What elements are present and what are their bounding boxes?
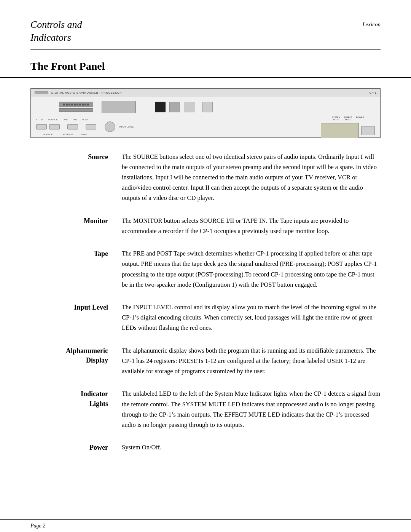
definition-row-indicator: Indicator Lights The unlabeled LED to th… bbox=[30, 388, 381, 430]
definition-row-input-level: Input Level The INPUT LEVEL control and … bbox=[30, 302, 381, 333]
panel-display-dots bbox=[63, 104, 89, 105]
def-tape: The PRE and POST Tape switch determines … bbox=[122, 248, 381, 290]
power-button[interactable] bbox=[361, 126, 375, 135]
definition-row-tape: Tape The PRE and POST Tape switch determ… bbox=[30, 248, 381, 290]
dot10 bbox=[87, 104, 89, 105]
def-input-level: The INPUT LEVEL control and its display … bbox=[122, 302, 381, 333]
panel-right-section: SYSTEMMUTE EFFECTMUTE POWER bbox=[321, 116, 375, 138]
brand-text: Lexicon bbox=[363, 21, 381, 27]
term-col-power: Power bbox=[30, 442, 122, 452]
section-title: The Front Panel bbox=[30, 60, 105, 72]
dot9 bbox=[84, 104, 86, 105]
mute-labels: SYSTEMMUTE EFFECTMUTE POWER bbox=[332, 116, 364, 121]
panel-alphanumeric-display bbox=[102, 101, 136, 113]
page-footer: Page 2 bbox=[0, 519, 411, 532]
panel-display-row1 bbox=[59, 102, 93, 107]
page-container: Controls and Indicators Lexicon The Fron… bbox=[0, 0, 411, 532]
term-alpha-line1: Alphanumeric bbox=[66, 346, 108, 356]
term-power: Power bbox=[89, 444, 108, 451]
post-label: POST bbox=[82, 118, 88, 121]
source-btn-ii[interactable] bbox=[49, 124, 60, 129]
term-indicator: Indicator Lights bbox=[30, 389, 108, 408]
pre-label: PRE bbox=[73, 118, 77, 121]
term-indicator-line1: Indicator bbox=[81, 389, 108, 399]
panel-bottom-left: I II SOURCE TAPE PRE POST bbox=[36, 118, 134, 136]
term-col-source: Source bbox=[30, 152, 122, 162]
dot6 bbox=[76, 104, 78, 105]
monitor-bottom-label: MONITOR bbox=[63, 133, 73, 136]
def-source: The SOURCE buttons select one of two ide… bbox=[122, 152, 381, 203]
term-input-level: Input Level bbox=[74, 304, 108, 311]
panel-logo bbox=[35, 91, 48, 94]
def-monitor: The MONITOR button selects SOURCE I/II o… bbox=[122, 216, 381, 236]
panel-bottom-row: I II SOURCE TAPE PRE POST bbox=[31, 115, 380, 140]
panel-brand-area: DIGITAL AUDIO ENVIRONMENT PROCESSOR bbox=[35, 91, 122, 94]
effect-mute-label: EFFECTMUTE bbox=[344, 116, 352, 121]
content-area: Source The SOURCE buttons select one of … bbox=[0, 152, 411, 453]
panel-diagram: DIGITAL AUDIO ENVIRONMENT PROCESSOR CP-1 bbox=[30, 88, 381, 138]
panel-top-bar: DIGITAL AUDIO ENVIRONMENT PROCESSOR CP-1 bbox=[31, 89, 380, 97]
panel-display-row2 bbox=[59, 108, 93, 112]
dot7 bbox=[79, 104, 81, 105]
dot4 bbox=[71, 104, 73, 105]
dot5 bbox=[74, 104, 76, 105]
term-alphanumeric: Alphanumeric Display bbox=[30, 346, 108, 365]
term-source: Source bbox=[88, 153, 108, 161]
top-header: Controls and Indicators Lexicon bbox=[0, 0, 411, 49]
term-monitor: Monitor bbox=[84, 217, 108, 225]
dot2 bbox=[66, 104, 68, 105]
def-alphanumeric: The alphanumeric display shows both the … bbox=[122, 345, 381, 377]
input-level-label: INPUT LEVEL bbox=[119, 126, 134, 128]
chapter-title: Controls and Indicators bbox=[30, 18, 82, 44]
source-i-label: I bbox=[36, 118, 37, 121]
panel-gray-btn1 bbox=[169, 102, 180, 112]
term-col-tape: Tape bbox=[30, 248, 122, 259]
panel-controls-row bbox=[31, 97, 380, 115]
term-col-indicator: Indicator Lights bbox=[30, 388, 122, 408]
term-tape: Tape bbox=[94, 250, 108, 257]
panel-display-area bbox=[59, 102, 93, 112]
source-label-top: SOURCE bbox=[48, 118, 58, 121]
section-title-block: The Front Panel bbox=[0, 50, 411, 78]
power-label: POWER bbox=[356, 116, 364, 121]
source-bottom-label: SOURCE bbox=[43, 133, 53, 136]
term-indicator-line2: Lights bbox=[89, 399, 108, 409]
chapter-line1: Controls and bbox=[30, 19, 82, 30]
definition-row-power: Power System On/Off. bbox=[30, 442, 381, 452]
tape-bottom-label: TAPE bbox=[81, 133, 87, 136]
system-mute-label: SYSTEMMUTE bbox=[332, 116, 341, 121]
source-btn-i[interactable] bbox=[36, 124, 47, 129]
panel-lcd bbox=[321, 123, 359, 138]
dot3 bbox=[68, 104, 70, 105]
definition-row-monitor: Monitor The MONITOR button selects SOURC… bbox=[30, 216, 381, 236]
tape-label-top: TAPE bbox=[62, 118, 68, 121]
panel-model-text: CP-1 bbox=[370, 91, 376, 94]
panel-gray-btn3 bbox=[202, 102, 213, 112]
term-col-input-level: Input Level bbox=[30, 302, 122, 312]
tape-btn[interactable] bbox=[86, 124, 96, 129]
panel-gray-btn2 bbox=[184, 102, 194, 112]
term-col-alphanumeric: Alphanumeric Display bbox=[30, 345, 122, 365]
def-power: System On/Off. bbox=[122, 442, 381, 452]
source-ii-label: II bbox=[41, 118, 43, 121]
panel-black-square bbox=[155, 102, 166, 112]
chapter-line2: Indicators bbox=[30, 32, 71, 43]
page-number: Page 2 bbox=[30, 523, 45, 529]
dot1 bbox=[63, 104, 65, 105]
dot8 bbox=[82, 104, 84, 105]
term-col-monitor: Monitor bbox=[30, 216, 122, 226]
term-alpha-line2: Display bbox=[86, 356, 108, 365]
brand-name: Lexicon bbox=[363, 18, 381, 28]
input-level-knob[interactable] bbox=[105, 121, 115, 132]
definition-row-alphanumeric: Alphanumeric Display The alphanumeric di… bbox=[30, 345, 381, 377]
def-indicator: The unlabeled LED to the left of the Sys… bbox=[122, 388, 381, 430]
panel-brand-text: DIGITAL AUDIO ENVIRONMENT PROCESSOR bbox=[51, 91, 122, 94]
definition-row-source: Source The SOURCE buttons select one of … bbox=[30, 152, 381, 203]
monitor-btn[interactable] bbox=[67, 124, 78, 129]
